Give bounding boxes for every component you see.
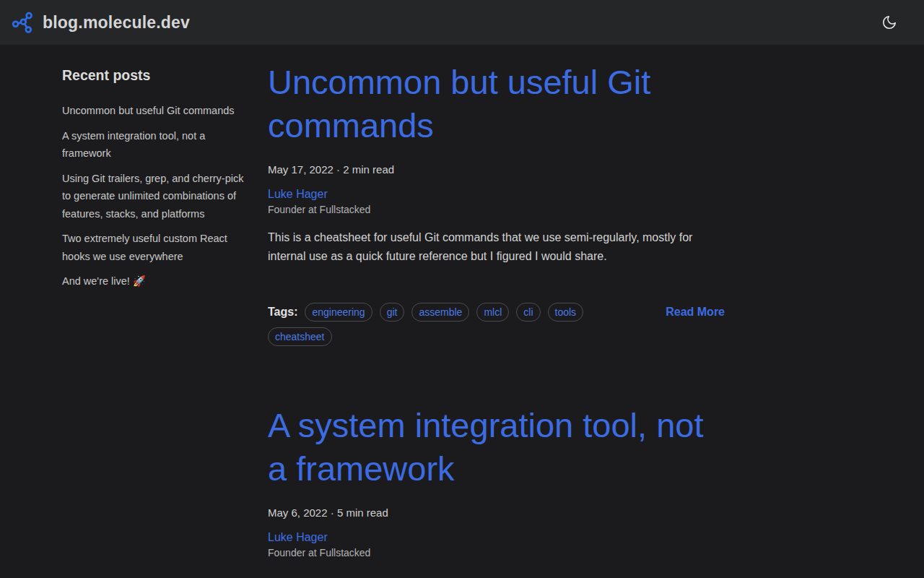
site-brand[interactable]: blog.molecule.dev: [12, 12, 190, 34]
read-more-link[interactable]: Read More: [666, 303, 725, 322]
post-author-role: Founder at Fullstacked: [268, 204, 725, 215]
sidebar-heading: Recent posts: [62, 67, 244, 84]
page-layout: Recent posts Uncommon but useful Git com…: [0, 45, 924, 558]
tags-label: Tags:: [268, 303, 297, 322]
post-meta: May 6, 2022 · 5 min read: [268, 506, 725, 519]
post-footer: Tags: engineering git assemble mlcl cli …: [268, 303, 725, 346]
post-preview: Uncommon but useful Git commands May 17,…: [268, 61, 725, 346]
post-author-link[interactable]: Luke Hager: [268, 531, 328, 544]
sidebar-item-post[interactable]: Two extremely useful custom React hooks …: [62, 230, 244, 265]
post-title: Uncommon but useful Git commands: [268, 61, 725, 147]
tag-pill[interactable]: cli: [516, 303, 540, 322]
tag-pill[interactable]: assemble: [411, 303, 469, 322]
molecule-logo-icon: [12, 12, 34, 34]
sidebar-item-post[interactable]: And we're live! 🚀: [62, 272, 244, 290]
tag-pill[interactable]: tools: [548, 303, 584, 322]
post-author-role: Founder at Fullstacked: [268, 547, 725, 558]
post-tags: Tags: engineering git assemble mlcl cli …: [268, 303, 600, 346]
tag-pill[interactable]: git: [380, 303, 405, 322]
theme-toggle-button[interactable]: [876, 9, 902, 35]
post-title: A system integration tool, not a framewo…: [268, 404, 725, 491]
post-title-link[interactable]: A system integration tool, not a framewo…: [268, 406, 704, 488]
post-preview: A system integration tool, not a framewo…: [268, 404, 725, 558]
post-title-link[interactable]: Uncommon but useful Git commands: [268, 63, 650, 144]
post-meta: May 17, 2022 · 2 min read: [268, 163, 725, 176]
moon-icon: [881, 14, 897, 30]
post-description: This is a cheatsheet for useful Git comm…: [268, 228, 725, 266]
post-list: Uncommon but useful Git commands May 17,…: [268, 45, 725, 558]
sidebar-item-post[interactable]: A system integration tool, not a framewo…: [62, 127, 244, 163]
site-header: blog.molecule.dev: [0, 0, 924, 45]
recent-posts-sidebar: Recent posts Uncommon but useful Git com…: [62, 45, 244, 558]
tag-pill[interactable]: cheatsheet: [268, 327, 332, 346]
sidebar-item-post[interactable]: Uncommon but useful Git commands: [62, 102, 244, 120]
site-title: blog.molecule.dev: [43, 13, 190, 33]
post-author-link[interactable]: Luke Hager: [268, 188, 328, 201]
sidebar-item-post[interactable]: Using Git trailers, grep, and cherry-pic…: [62, 170, 244, 223]
tag-pill[interactable]: mlcl: [476, 303, 509, 322]
tag-pill[interactable]: engineering: [305, 303, 372, 322]
